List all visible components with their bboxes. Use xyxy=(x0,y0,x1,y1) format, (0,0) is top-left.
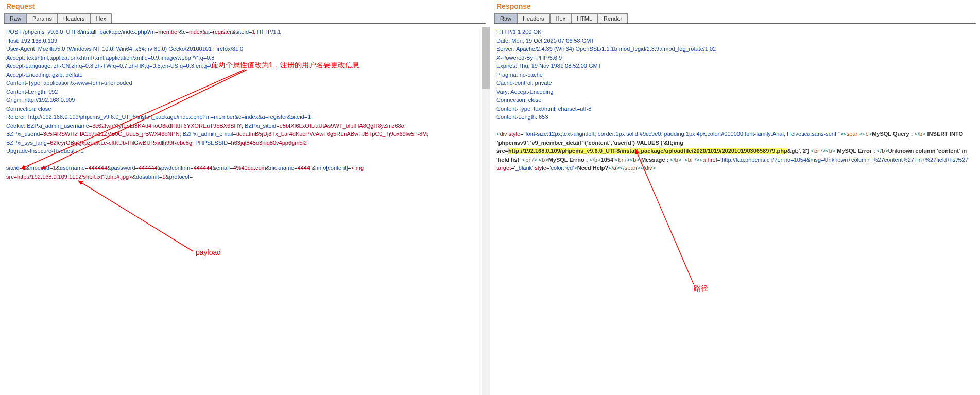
tab-headers-resp[interactable]: Headers xyxy=(517,13,550,23)
req-body: siteid=1&modelid=1&username=444444&passw… xyxy=(6,164,484,181)
tab-headers[interactable]: Headers xyxy=(58,13,91,23)
request-tabs: Raw Params Headers Hex xyxy=(4,13,486,24)
req-line1: POST /phpcms_v9.6.0_UTF8/install_package… xyxy=(6,28,484,37)
resp-body: <div style="font-size:12px;text-align:le… xyxy=(496,130,974,173)
tab-raw-resp[interactable]: Raw xyxy=(494,13,517,23)
resp-h1: HTTP/1.1 200 OK xyxy=(496,28,974,37)
request-title: Request xyxy=(4,2,486,10)
tab-raw[interactable]: Raw xyxy=(4,13,27,23)
annotation-path: 路径 xyxy=(694,284,708,294)
request-panel: Request Raw Params Headers Hex POST /php… xyxy=(0,0,490,395)
resp-h10: Content-Type: text/html; charset=utf-8 xyxy=(496,105,974,113)
svg-line-2 xyxy=(78,181,193,251)
req-cookie: Cookie: BZPxi_admin_username=3c62twnYfyt… xyxy=(6,122,484,147)
tab-hex[interactable]: Hex xyxy=(91,13,112,23)
resp-h9: Connection: close xyxy=(496,96,974,105)
req-upgrade: Upgrade-Insecure-Requests: 1 xyxy=(6,147,484,156)
req-ctype: Content-Type: application/x-www-form-url… xyxy=(6,79,484,88)
resp-h11: Content-Length: 653 xyxy=(496,113,974,122)
req-enc: Accept-Encoding: gzip, deflate xyxy=(6,71,484,79)
request-scrollbar[interactable] xyxy=(482,27,490,395)
req-conn: Connection: close xyxy=(6,105,484,113)
req-referer: Referer: http://192.168.0.109/phpcms_v9.… xyxy=(6,113,484,122)
resp-h8: Vary: Accept-Encoding xyxy=(496,88,974,96)
response-content[interactable]: HTTP/1.1 200 OK Date: Mon, 19 Oct 2020 0… xyxy=(494,27,976,174)
resp-h3: Server: Apache/2.4.39 (Win64) OpenSSL/1.… xyxy=(496,45,974,54)
req-ua: User-Agent: Mozilla/5.0 (Windows NT 10.0… xyxy=(6,45,484,54)
tab-params[interactable]: Params xyxy=(27,13,58,23)
req-lang: Accept-Language: zh-CN,zh;q=0.8,zh-TW;q=… xyxy=(6,62,484,71)
req-clen: Content-Length: 192 xyxy=(6,88,484,96)
request-content[interactable]: POST /phpcms_v9.6.0_UTF8/install_package… xyxy=(4,27,486,182)
resp-h4: X-Powered-By: PHP/5.6.9 xyxy=(496,54,974,62)
tab-hex-resp[interactable]: Hex xyxy=(550,13,572,23)
req-origin: Origin: http://192.168.0.109 xyxy=(6,96,484,105)
resp-h2: Date: Mon, 19 Oct 2020 07:06:58 GMT xyxy=(496,37,974,45)
tab-html-resp[interactable]: HTML xyxy=(571,13,598,23)
response-tabs: Raw Headers Hex HTML Render xyxy=(494,13,976,24)
req-host: Host: 192.168.0.109 xyxy=(6,37,484,45)
response-highlight: http://192.168.0.109/phpcms_v9.6.0_UTF8/… xyxy=(508,148,787,154)
response-title: Response xyxy=(494,2,976,10)
annotation-payload: payload xyxy=(196,248,221,256)
tab-render-resp[interactable]: Render xyxy=(598,13,628,23)
resp-h7: Cache-control: private xyxy=(496,79,974,88)
resp-h6: Pragma: no-cache xyxy=(496,71,974,79)
response-panel: Response Raw Headers Hex HTML Render HTT… xyxy=(490,0,980,395)
resp-h5: Expires: Thu, 19 Nov 1981 08:52:00 GMT xyxy=(496,62,974,71)
req-accept: Accept: text/html,application/xhtml+xml,… xyxy=(6,54,484,62)
